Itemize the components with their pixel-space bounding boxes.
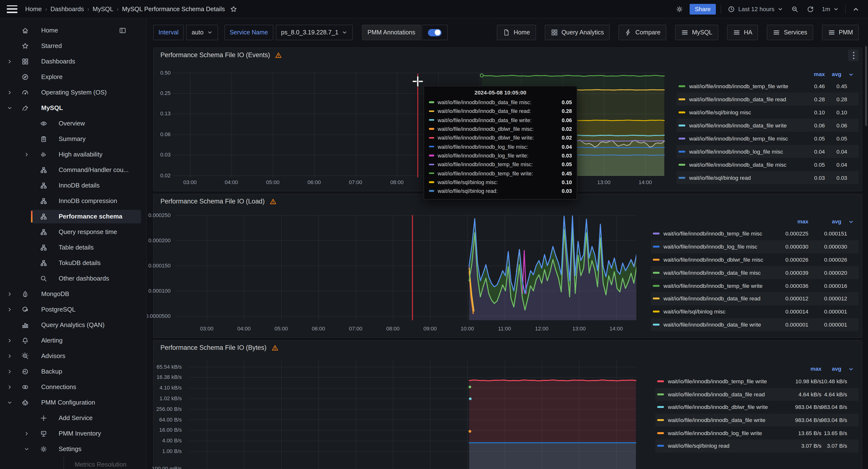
sidebar-item-add-service[interactable]: Add Service (0, 410, 146, 426)
sidebar-item-dashboards[interactable]: Dashboards (0, 54, 146, 69)
sidebar-item-innodb-compression[interactable]: InnoDB compression (0, 193, 146, 209)
breadcrumb-item[interactable]: Home (25, 5, 42, 12)
sidebar-item-home[interactable]: Home (0, 23, 146, 38)
legend-series-label[interactable]: wait/io/file/innodb/innodb_data_file wri… (689, 122, 787, 128)
interval-variable-label[interactable]: Interval (153, 25, 184, 40)
legend-row[interactable]: wait/io/file/innodb/innodb_temp_file mis… (677, 132, 859, 145)
legend-row[interactable]: wait/io/file/innodb/innodb_temp_file mis… (651, 227, 859, 240)
breadcrumb-item[interactable]: MySQL (93, 5, 113, 12)
nav-button-ha[interactable]: HA (727, 25, 758, 40)
legend-series-label[interactable]: wait/io/file/innodb/innodb_data_file rea… (668, 392, 765, 397)
legend-row[interactable]: wait/io/file/innodb/innodb_data_file wri… (655, 414, 859, 427)
legend-series-label[interactable]: wait/io/file/innodb/innodb_log_file misc (689, 149, 783, 154)
legend-row[interactable]: wait/io/file/innodb/innodb_data_file mis… (677, 158, 859, 171)
legend-series-label[interactable]: wait/io/file/innodb/innodb_data_file wri… (668, 417, 766, 423)
legend-row[interactable]: wait/io/file/innodb/innodb_log_file misc… (651, 240, 859, 253)
legend-row[interactable]: wait/io/file/sql/binlog misc0.0000140.00… (651, 305, 859, 318)
legend-series-label[interactable]: wait/io/file/innodb/innodb_temp_file wri… (668, 379, 767, 384)
share-button[interactable]: Share (689, 4, 716, 14)
sidebar-item-innodb-details[interactable]: InnoDB details (0, 178, 146, 193)
legend-row[interactable]: wait/io/file/innodb/innodb_log_file misc… (677, 145, 859, 158)
legend-series-label[interactable]: wait/io/file/sql/binlog misc (663, 309, 725, 314)
nav-button-home[interactable]: Home (497, 25, 536, 40)
sidebar-item-high-availability[interactable]: High availability (0, 147, 146, 162)
legend-row[interactable]: wait/io/file/sql/binlog misc0.100.10 (677, 105, 859, 119)
nav-button-services[interactable]: Services (767, 25, 813, 40)
dock-menu-icon[interactable] (119, 27, 126, 34)
hamburger-menu-icon[interactable] (7, 5, 18, 13)
sidebar-item-settings[interactable]: Settings (0, 441, 146, 457)
legend-row[interactable]: wait/io/file/innodb/innodb_data_file mis… (651, 266, 859, 279)
sidebar-item-overview[interactable]: Overview (0, 116, 146, 131)
legend-row[interactable]: wait/io/file/innodb/innodb_temp_file wri… (651, 279, 859, 292)
legend-row[interactable]: wait/io/file/innodb/innodb_temp_file wri… (655, 375, 859, 388)
legend-row[interactable]: wait/io/file/innodb/innodb_data_file rea… (677, 93, 859, 105)
legend-series-label[interactable]: wait/io/file/innodb/innodb_data_file mis… (663, 270, 761, 276)
chevron-right-icon[interactable] (24, 431, 30, 437)
sidebar-item-summary[interactable]: Summary (0, 131, 146, 147)
panel-menu-kebab-icon[interactable] (848, 50, 859, 61)
legend-series-label[interactable]: wait/io/file/innodb/innodb_temp_file mis… (663, 231, 762, 237)
legend-row[interactable]: wait/io/file/innodb/innodb_temp_file wri… (677, 80, 859, 93)
legend-sort-max[interactable]: max (810, 366, 822, 372)
legend-sort-max[interactable]: max (797, 219, 808, 224)
sidebar-item-starred[interactable]: Starred (0, 38, 146, 54)
scrollbar-thumb[interactable] (865, 46, 867, 126)
sidebar-item-tokudb-details[interactable]: TokuDB details (0, 255, 146, 271)
refresh-icon[interactable] (805, 4, 816, 14)
panel-title[interactable]: Performance Schema File IO (Bytes) (160, 344, 267, 351)
legend-series-label[interactable]: wait/io/file/innodb/innodb_data_file rea… (663, 296, 761, 302)
chevron-down-icon[interactable] (7, 400, 12, 406)
pmm-annotations-toggle[interactable] (422, 25, 448, 40)
chevron-right-icon[interactable] (7, 59, 12, 64)
sidebar-item-mongodb[interactable]: MongoDB (0, 286, 146, 302)
sidebar-item-table-details[interactable]: Table details (0, 240, 146, 255)
nav-button-mysql[interactable]: MySQL (675, 25, 718, 40)
legend-row[interactable]: wait/io/file/innodb/innodb_dblwr_file wr… (655, 401, 859, 413)
legend-sort-avg[interactable]: avg (832, 71, 841, 77)
sidebar-item-connections[interactable]: Connections (0, 379, 146, 395)
chevron-right-icon[interactable] (7, 338, 12, 344)
legend-series-label[interactable]: wait/io/file/sql/binlog misc (689, 109, 751, 115)
chevron-right-icon[interactable] (7, 307, 12, 313)
legend-series-label[interactable]: wait/io/file/innodb/innodb_data_file rea… (689, 96, 786, 102)
legend-row[interactable]: wait/io/file/innodb/innodb_dblwr_file mi… (651, 253, 859, 266)
dashboard-settings-gear-icon[interactable] (674, 4, 685, 14)
legend-series-label[interactable]: wait/io/file/innodb/innodb_temp_file wri… (663, 283, 763, 288)
legend-sort-max[interactable]: max (814, 71, 825, 77)
panel-title[interactable]: Performance Schema File IO (Events) (160, 51, 270, 59)
service-name-variable-value[interactable]: ps_8.0_3.19.228.7_1 (276, 25, 353, 40)
legend-row[interactable]: wait/io/file/sql/binlog read0.030.03 (677, 171, 859, 184)
refresh-interval-picker[interactable]: 1m (820, 5, 840, 13)
sidebar-item-command-handler-cou[interactable]: Command/Handler cou... (0, 162, 146, 178)
legend-series-label[interactable]: wait/io/file/innodb/innodb_data_file mis… (689, 162, 786, 167)
sidebar-item-explore[interactable]: Explore (0, 69, 146, 85)
favorite-star-icon[interactable] (230, 5, 238, 13)
chevron-right-icon[interactable] (7, 384, 12, 390)
legend-series-label[interactable]: wait/io/file/innodb/innodb_temp_file mis… (689, 135, 788, 141)
breadcrumb-item[interactable]: Dashboards (51, 5, 84, 12)
sidebar-item-other-dashboards[interactable]: Other dashboards (0, 271, 146, 286)
legend-row[interactable]: wait/io/file/innodb/innodb_data_file rea… (651, 292, 859, 305)
chevron-right-icon[interactable] (7, 353, 12, 359)
sidebar-item-advisors[interactable]: Advisors (0, 348, 146, 364)
sidebar-item-alerting[interactable]: Alerting (0, 333, 146, 348)
sidebar-item-operating-system-os[interactable]: Operating System (OS) (0, 85, 146, 100)
service-name-variable-label[interactable]: Service Name (224, 25, 273, 40)
chevron-right-icon[interactable] (7, 291, 12, 297)
panel-title[interactable]: Performance Schema File IO (Load) (160, 198, 265, 205)
chevron-right-icon[interactable] (24, 152, 30, 157)
legend-series-label[interactable]: wait/io/file/innodb/innodb_data_file wri… (663, 322, 761, 327)
breadcrumb-item[interactable]: MySQL Performance Schema Details (122, 5, 225, 12)
legend-sort-avg[interactable]: avg (832, 366, 841, 372)
sidebar-item-metrics-resolution[interactable]: Metrics Resolution (0, 457, 146, 469)
interval-variable-value[interactable]: auto (186, 25, 218, 40)
sidebar-item-pmm-configuration[interactable]: PMM Configuration (0, 395, 146, 410)
chevron-right-icon[interactable] (7, 90, 12, 95)
sidebar-item-pmm-inventory[interactable]: PMM Inventory (0, 426, 146, 441)
legend-series-label[interactable]: wait/io/file/sql/binlog read (689, 175, 751, 181)
legend-series-label[interactable]: wait/io/file/innodb/innodb_dblwr_file wr… (668, 404, 768, 410)
nav-button-pmm[interactable]: PMM (822, 25, 859, 40)
sidebar-item-backup[interactable]: Backup (0, 364, 146, 379)
legend-row[interactable]: wait/io/file/sql/binlog read3.07 B/s3.07… (655, 439, 859, 452)
